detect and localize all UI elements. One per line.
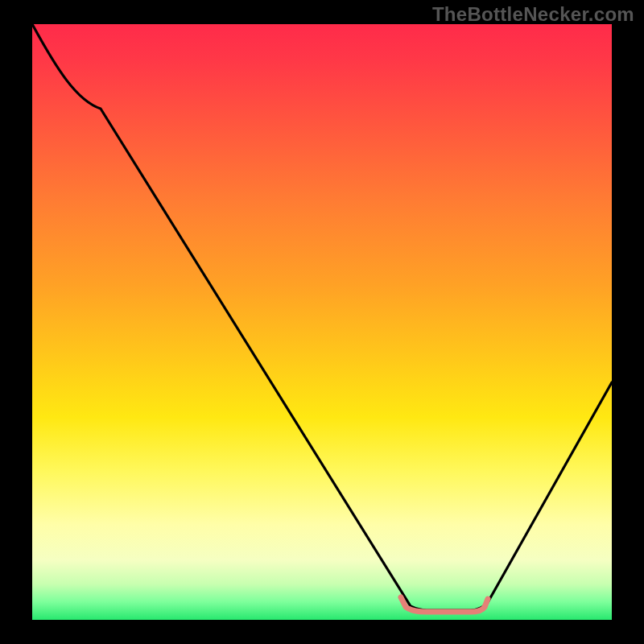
chart-frame: TheBottleNecker.com <box>0 0 644 644</box>
bottleneck-curve <box>32 24 612 620</box>
curve-path <box>32 24 612 610</box>
constant-segment <box>401 597 488 612</box>
watermark-text: TheBottleNecker.com <box>432 3 634 26</box>
plot-area <box>32 24 612 620</box>
